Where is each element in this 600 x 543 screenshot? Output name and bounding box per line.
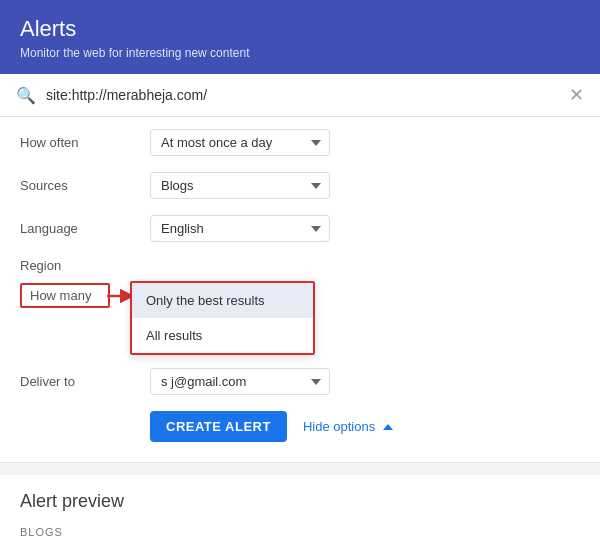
deliver-label: Deliver to bbox=[20, 374, 150, 389]
red-arrow-icon bbox=[105, 287, 133, 305]
page-title: Alerts bbox=[20, 16, 580, 42]
search-input[interactable] bbox=[46, 87, 561, 103]
alert-preview: Alert preview BLOGS How To Reduce The Ta… bbox=[0, 475, 600, 543]
hide-options-button[interactable]: Hide options bbox=[303, 419, 393, 434]
deliver-select[interactable]: s j@gmail.com bbox=[150, 368, 330, 395]
dropdown-item-best[interactable]: Only the best results bbox=[132, 283, 313, 318]
sources-label: Sources bbox=[20, 178, 150, 193]
how-often-label: How often bbox=[20, 135, 150, 150]
how-often-select[interactable]: At most once a day bbox=[150, 129, 330, 156]
preview-title: Alert preview bbox=[20, 491, 580, 512]
options-panel: How often At most once a day Sources Blo… bbox=[0, 117, 600, 463]
language-select[interactable]: English bbox=[150, 215, 330, 242]
hide-options-label: Hide options bbox=[303, 419, 375, 434]
language-label: Language bbox=[20, 221, 150, 236]
clear-icon[interactable]: ✕ bbox=[569, 84, 584, 106]
preview-category: BLOGS bbox=[20, 526, 580, 538]
search-bar: 🔍 ✕ bbox=[0, 74, 600, 117]
deliver-row: Deliver to s j@gmail.com bbox=[0, 360, 600, 403]
how-many-dropdown: Only the best results All results bbox=[130, 281, 315, 355]
buttons-row: CREATE ALERT Hide options bbox=[0, 403, 600, 450]
how-often-row: How often At most once a day bbox=[0, 121, 600, 164]
dropdown-item-all[interactable]: All results bbox=[132, 318, 313, 353]
header: Alerts Monitor the web for interesting n… bbox=[0, 0, 600, 74]
how-many-row: How many Only the best results All resul… bbox=[0, 281, 600, 310]
language-row: Language English bbox=[0, 207, 600, 250]
sources-select[interactable]: Blogs bbox=[150, 172, 330, 199]
page-subtitle: Monitor the web for interesting new cont… bbox=[20, 46, 580, 60]
region-row: Region bbox=[0, 250, 600, 281]
how-many-label: How many bbox=[20, 283, 110, 308]
chevron-up-icon bbox=[383, 424, 393, 430]
region-label: Region bbox=[20, 258, 150, 273]
create-alert-button[interactable]: CREATE ALERT bbox=[150, 411, 287, 442]
search-icon: 🔍 bbox=[16, 86, 36, 105]
sources-row: Sources Blogs bbox=[0, 164, 600, 207]
